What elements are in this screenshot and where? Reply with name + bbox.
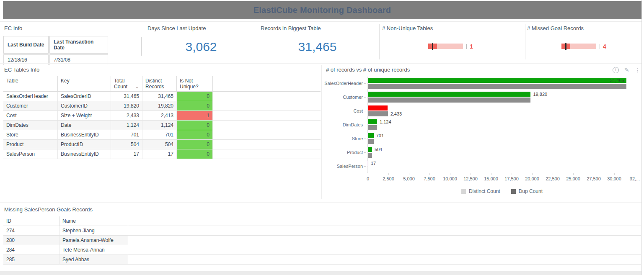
dashboard: { "title_bar": { "title": "ElastiCube Mo…	[0, 0, 644, 275]
ec-info-cell: 12/18/16	[3, 54, 49, 65]
titlebar-divider	[0, 21, 641, 22]
x-axis-tick-mark	[635, 173, 635, 175]
sort-chevron-down-icon[interactable]: ⌄	[135, 85, 139, 89]
cell-is-not-unique: 0	[177, 101, 213, 111]
category-tick-mark	[364, 152, 366, 153]
chart-category-label: SalesOrderHeader	[284, 81, 363, 86]
chart-bar-pair: 701	[368, 133, 636, 144]
cell-total-count: 17	[111, 149, 142, 159]
bar-distinct-count[interactable]	[368, 78, 626, 83]
bar-dup-count[interactable]	[368, 125, 377, 130]
non-unique-tables-value: 1	[470, 43, 473, 50]
menu-dots-icon[interactable]: ⋮	[635, 67, 641, 73]
cell-filler	[128, 245, 641, 255]
cell-is-not-unique: 1	[177, 111, 213, 121]
x-axis-tick-mark	[553, 173, 553, 175]
bar-value-label: 19,820	[533, 92, 547, 97]
bar-dup-count[interactable]	[368, 153, 372, 158]
ec-tables-header-2[interactable]: Total Count⌄	[111, 76, 142, 92]
cell-key: BusinessEntityID	[58, 130, 111, 140]
goals-header-0[interactable]: ID	[3, 216, 59, 226]
bar-dup-count[interactable]	[368, 111, 388, 116]
cell-table: Customer	[3, 101, 58, 111]
ec-tables-row: DimDatesDate1,1241,1240	[3, 121, 321, 130]
chart-category-label: Product	[284, 150, 363, 155]
x-axis-tick-label: 32,...	[622, 176, 644, 181]
legend-swatch	[511, 189, 516, 194]
ec-tables-header-0[interactable]: Table	[3, 76, 58, 92]
cell-key: Size + Weight	[58, 111, 111, 121]
x-axis-tick-mark	[450, 173, 450, 175]
cell-table: Product	[3, 140, 58, 149]
days-since-update-title: Days Since Last Update	[147, 25, 206, 31]
ec-info-title: EC Info	[4, 25, 22, 31]
cell-filler	[128, 236, 641, 245]
ec-tables-header-4[interactable]: Is Not Unique?	[177, 76, 213, 92]
gauge-needle	[432, 43, 433, 50]
chart-title: # of records vs # of unique records	[326, 67, 410, 73]
ec-tables-header-row: TableKeyTotal Count⌄Distinct RecordsIs N…	[3, 76, 321, 92]
bar-distinct-count[interactable]	[368, 105, 388, 111]
chart-bar-pair: 2,433	[368, 105, 636, 116]
bar-distinct-count[interactable]	[368, 147, 372, 152]
cell-table: Cost	[3, 111, 58, 121]
cell-distinct-records: 19,820	[142, 101, 177, 111]
vertical-scrollbar[interactable]	[641, 0, 642, 275]
x-axis-tick-mark	[429, 173, 430, 175]
bar-distinct-count[interactable]	[368, 133, 374, 138]
gauge-track	[570, 44, 596, 49]
x-axis-tick-mark	[594, 173, 594, 175]
ec-tables-row: StoreBusinessEntityID7017010	[3, 130, 321, 140]
cell-distinct-records: 31,465	[142, 92, 177, 101]
chart-category-label: DimDates	[284, 122, 363, 127]
gauge-track	[437, 44, 463, 49]
cell-distinct-records: 701	[142, 130, 177, 140]
bar-dup-count[interactable]	[368, 167, 368, 172]
edit-pencil-icon[interactable]: ✎	[624, 67, 629, 73]
bar-dup-count[interactable]	[368, 139, 374, 144]
ec-info-header-cell[interactable]: Last Transaction Date	[49, 36, 108, 54]
chart-category-axis: SalesOrderHeaderCustomerCostDimDatesStor…	[284, 78, 363, 175]
goals-title: Missing SalesPerson Goals Records	[4, 206, 93, 213]
goals-row: 284Tete Mensa-Annan	[3, 245, 641, 255]
ec-tables-table: TableKeyTotal Count⌄Distinct RecordsIs N…	[3, 76, 321, 159]
cell-distinct-records: 17	[142, 149, 177, 159]
ec-tables-title: EC Tables Info	[4, 67, 39, 73]
goals-row: 285Syed Abbas	[3, 255, 641, 265]
ec-info-header-cell[interactable]: Last Build Date	[3, 36, 49, 54]
chart-x-axis: 02,5005,0007,50010,00012,50015,00017,500…	[368, 173, 636, 182]
ec-info-header-row: Last Build DateLast Transaction Date	[3, 36, 108, 54]
ec-tables-row: SalesOrderHeaderSalesOrderID31,46531,465…	[3, 92, 321, 101]
chart-toolbar: i ✎ ⋮	[613, 67, 641, 73]
goals-header-row: IDName	[3, 216, 641, 226]
ec-tables-header-3[interactable]: Distinct Records	[142, 76, 177, 92]
ec-tables-header-1[interactable]: Key	[58, 76, 111, 92]
bar-distinct-count[interactable]	[368, 119, 377, 124]
ec-info-cell: 7/31/08	[49, 54, 108, 65]
x-axis-tick-mark	[573, 173, 574, 175]
legend-label: Distinct Count	[469, 188, 500, 194]
goals-header-1[interactable]: Name	[59, 216, 128, 226]
chart-bar-pair: 31,465	[368, 78, 636, 89]
bar-dup-count[interactable]	[368, 84, 626, 89]
category-tick-mark	[364, 97, 366, 98]
category-tick-mark	[364, 166, 366, 167]
row-divider	[0, 202, 641, 203]
cell-id: 284	[3, 245, 59, 255]
bar-dup-count[interactable]	[368, 98, 530, 103]
bar-distinct-count[interactable]	[368, 92, 530, 97]
cell-key: ProductID	[58, 140, 111, 149]
legend-item[interactable]: Distinct Count	[461, 188, 500, 194]
bar-value-label: 2,433	[391, 112, 402, 116]
bar-distinct-count[interactable]	[368, 161, 368, 166]
info-icon[interactable]: i	[613, 67, 619, 73]
missed-goal-records-title: # Missed Goal Records	[527, 25, 584, 31]
cell-name: Syed Abbas	[59, 255, 128, 265]
cell-distinct-records: 2,413	[142, 111, 177, 121]
gauge-separator	[466, 44, 467, 49]
cell-name: Pamela Ansman-Wolfe	[59, 236, 128, 245]
gauge-bar	[428, 44, 463, 49]
horizontal-scrollbar[interactable]	[0, 271, 641, 275]
legend-item[interactable]: Dup Count	[511, 188, 543, 194]
category-tick-mark	[364, 83, 366, 84]
